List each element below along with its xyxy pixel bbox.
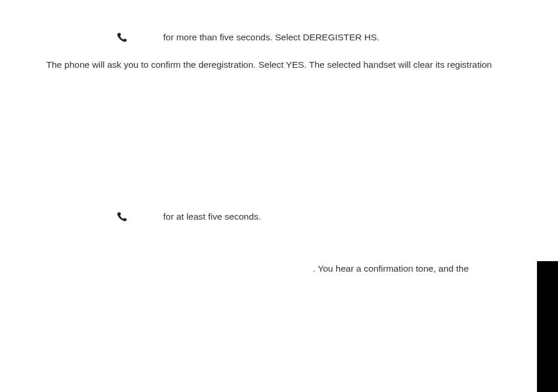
instruction-text-4: . You hear a confirmation tone, and the xyxy=(313,263,469,274)
handset-icon xyxy=(116,32,127,43)
manual-page: for more than five seconds. Select DEREG… xyxy=(0,0,558,392)
instruction-text-3: for at least five seconds. xyxy=(163,211,261,222)
handset-icon xyxy=(116,211,127,222)
instruction-text-2: The phone will ask you to confirm the de… xyxy=(46,60,492,70)
instruction-text-1: for more than five seconds. Select DEREG… xyxy=(163,32,380,43)
section-tab xyxy=(537,261,558,392)
